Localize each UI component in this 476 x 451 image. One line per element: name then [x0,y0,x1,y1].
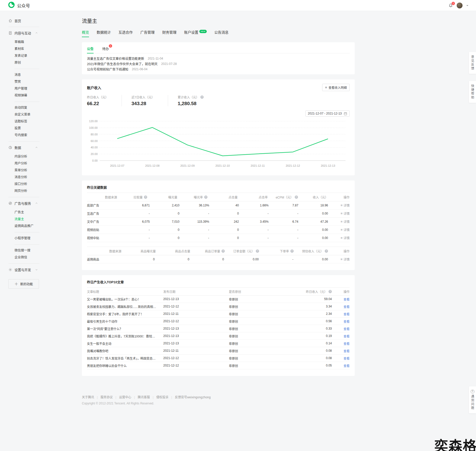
tab-announcements[interactable]: 公告 [87,46,94,53]
publish-date: 2021-12-12 [163,364,229,367]
view-link[interactable]: 查看 [344,357,350,360]
sidebar-label: 广告与服务 [14,201,31,206]
sidebar-section-content-interaction[interactable]: 内容与互动 [8,30,47,36]
top-header: 公众号 1 [0,0,476,11]
income-amount: 0.08 [289,349,332,353]
sidebar-item-wechat-search[interactable]: 微信搜一搜 [8,247,47,254]
main-tab[interactable]: 公告消息 [214,30,229,37]
sidebar-item-publish-records[interactable]: 发表记录 [8,52,47,59]
announcement-item[interactable]: 流量主互选广告位文章价格设置功能更新 2021-11-04 [87,56,350,61]
article-title: 我把《甄嬛传》搬上抖音，7天到账10000：靠短视频剪辑赚钱的路子，有多野？ [87,334,163,338]
footer-link[interactable]: 反馈官号weixingongzhong [169,395,211,399]
avatar[interactable] [457,3,463,8]
sidebar-item-auto-reply[interactable]: 自动回复 [8,104,47,111]
sidebar-item-vote[interactable]: 投票 [8,125,47,132]
main-tab[interactable]: 广告管理 [140,30,155,37]
help-icon[interactable]: ? [200,95,204,99]
footer-link[interactable]: 服务协议 [94,395,113,399]
table-row: 文中广告 6,075 7,010 115.39% 242 3.45% 6.74 … [87,218,350,226]
sidebar-item-mini-program-management[interactable]: 小程序管理 [8,235,47,242]
sidebar-item-drafts[interactable]: 草稿箱 [8,39,47,46]
sidebar-item-video-danmu[interactable]: 视频弹幕 [8,92,47,99]
cell: 0.00 [298,236,328,240]
view-link[interactable]: 查看 [344,364,350,368]
quick-help-tab[interactable]: 快捷帮助 [469,81,476,103]
sidebar-item-enterprise-wechat[interactable]: 企业微信 [8,254,47,261]
date-range-picker[interactable]: 2021-12-07 - 2021-12-13 [305,110,350,117]
chevron-down-icon[interactable] [466,5,468,7]
help-icon[interactable]: ? [325,249,328,253]
detail-link[interactable]: ≡ 详情 [340,236,350,240]
question-help-tab[interactable]: ? 遇到问题 [469,386,476,413]
sidebar-item-appreciation[interactable]: 赞赏 [8,78,47,85]
view-link[interactable]: 查看 [344,335,350,338]
sidebar-item-user-management[interactable]: 用户管理 [8,85,47,92]
main-tab[interactable]: 概览 [82,30,89,37]
announcement-item[interactable]: 2021年微信广告生态合作伙伴大会来了，就在明天 2021-07-28 [87,61,350,66]
sidebar-section-ads-services[interactable]: 广告与服务 [8,200,47,207]
sidebar-divider [8,27,39,27]
income-amount: 2.34 [289,312,332,316]
top10-table: 文章标题 发布日期 是否原创 昨日收入（元）? 操作 又一男星被曝出轨，一次玩4… [87,287,350,369]
detail-link[interactable]: ≡ 详情 [340,203,350,207]
help-icon[interactable]: ? [295,195,298,199]
sidebar-item-messages[interactable]: 消息 [8,72,47,78]
cell: 242 [209,220,239,223]
sidebar-item-rebate-product-promotion[interactable]: 返佣商品推广 [8,223,47,230]
sidebar-item-webpage-analysis[interactable]: 网页分析 [8,188,47,194]
feedback-tab[interactable]: 意见反馈 [469,52,476,74]
sidebar-item-in-account-search[interactable]: 号内搜索 [8,132,47,139]
detail-link[interactable]: ≡ 详情 [340,257,350,261]
sidebar-item-advertiser[interactable]: 广告主 [8,209,47,216]
help-icon[interactable]: ? [144,195,147,199]
sidebar-item-user-analysis[interactable]: 用户分析 [8,160,47,167]
help-icon[interactable]: ? [221,249,225,253]
view-link[interactable]: 查看 [344,342,350,346]
main-tab[interactable]: 数据统计 [97,30,111,37]
detail-link[interactable]: ≡ 详情 [340,228,350,232]
help-icon[interactable]: ? [204,195,207,199]
article-row: 我把《甄嬛传》搬上抖音，7天到账10000：靠短视频剪辑赚钱的路子，有多野？ 2… [87,332,350,340]
main-tab[interactable]: 财务管理 [162,30,176,37]
sidebar-item-traffic-master[interactable]: 流量主 [8,216,47,223]
sidebar-item-topic-tags[interactable]: 话题标签 [8,118,47,125]
income-amount: 0.08 [289,356,332,360]
footer-link[interactable]: 腾讯客服 [131,395,150,399]
help-icon[interactable]: ? [256,249,259,253]
sidebar-item-message-analysis[interactable]: 消息分析 [8,174,47,181]
notification-bell-icon[interactable]: 1 [449,3,453,8]
announcement-item[interactable]: 公众号视频前贴广告下线通知 2021-06-04 [87,66,350,72]
sidebar-section-settings-development[interactable]: 设置与开发 [8,266,47,273]
new-feature-button[interactable]: ＋新的功能 [8,279,39,289]
help-icon[interactable]: ? [329,290,332,293]
sidebar-section-data[interactable]: 数据 [8,144,47,151]
footer-link[interactable]: 关于腾讯 [82,395,94,399]
column-header: 商品订单量? [190,249,225,253]
view-link[interactable]: 查看 [344,313,350,316]
main-tab[interactable]: 账户设置 NEW [184,30,207,37]
sidebar-item-menu-analysis[interactable]: 菜单分析 [8,167,47,174]
sidebar-item-assets-library[interactable]: 素材库 [8,46,47,52]
sidebar-section-home[interactable]: 首页 [8,17,47,24]
view-income-detail-button[interactable]: ≡ 查看收入明细 [322,84,350,91]
view-link[interactable]: 查看 [344,305,350,309]
question-icon: ? [471,390,474,393]
cell: - [269,228,298,232]
sidebar-item-content-analysis[interactable]: 内容分析 [8,153,47,160]
detail-link[interactable]: ≡ 详情 [340,219,350,224]
detail-link[interactable]: ≡ 详情 [340,211,350,216]
tab-todo[interactable]: 待办 1 [102,46,109,53]
view-link[interactable]: 查看 [344,298,350,301]
view-link[interactable]: 查看 [344,349,350,353]
sidebar-item-custom-menu[interactable]: 自定义菜单 [8,111,47,118]
view-link[interactable]: 查看 [344,327,350,331]
footer-link[interactable]: 侵权投诉 [150,395,168,399]
help-icon[interactable]: ? [290,249,294,253]
main-tab[interactable]: 互选合作 [118,30,133,37]
view-link[interactable]: 查看 [344,320,350,323]
footer-link[interactable]: 运营中心 [113,395,131,399]
cell: 0 [120,258,155,261]
sidebar-item-api-analysis[interactable]: 接口分析 [8,181,47,188]
sidebar-item-original[interactable]: 原创 [8,59,47,66]
cell: 0 [209,228,239,232]
